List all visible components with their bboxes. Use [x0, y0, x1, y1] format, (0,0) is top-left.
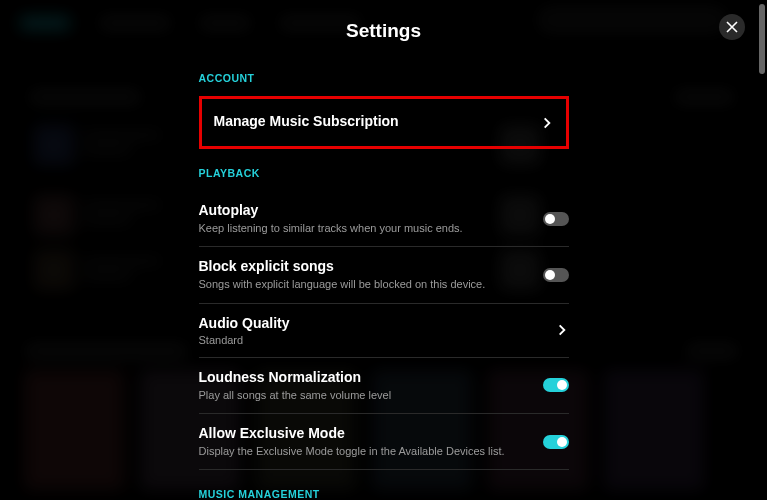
- block-explicit-row[interactable]: Block explicit songs Songs with explicit…: [199, 247, 569, 303]
- section-header-playback: PLAYBACK: [199, 167, 569, 179]
- audio-quality-row[interactable]: Audio Quality Standard: [199, 304, 569, 358]
- autoplay-desc: Keep listening to similar tracks when yo…: [199, 221, 531, 235]
- chevron-right-icon: [555, 323, 569, 337]
- loudness-row[interactable]: Loudness Normalization Play all songs at…: [199, 358, 569, 414]
- autoplay-label: Autoplay: [199, 202, 531, 218]
- block-explicit-desc: Songs with explicit language will be blo…: [199, 277, 531, 291]
- autoplay-row[interactable]: Autoplay Keep listening to similar track…: [199, 191, 569, 247]
- settings-title: Settings: [199, 20, 569, 42]
- exclusive-mode-row[interactable]: Allow Exclusive Mode Display the Exclusi…: [199, 414, 569, 470]
- exclusive-mode-toggle[interactable]: [543, 435, 569, 449]
- chevron-right-icon: [540, 116, 554, 130]
- section-header-account: ACCOUNT: [199, 72, 569, 84]
- section-header-music-mgmt: MUSIC MANAGEMENT: [199, 488, 569, 500]
- manage-subscription-label: Manage Music Subscription: [214, 113, 528, 129]
- autoplay-toggle[interactable]: [543, 212, 569, 226]
- close-icon: [726, 21, 738, 33]
- loudness-toggle[interactable]: [543, 378, 569, 392]
- settings-panel: Settings ACCOUNT Manage Music Subscripti…: [199, 20, 569, 500]
- manage-subscription-row[interactable]: Manage Music Subscription: [214, 113, 554, 132]
- block-explicit-label: Block explicit songs: [199, 258, 531, 274]
- scrollbar-thumb[interactable]: [759, 4, 765, 74]
- exclusive-mode-desc: Display the Exclusive Mode toggle in the…: [199, 444, 531, 458]
- audio-quality-label: Audio Quality: [199, 315, 543, 331]
- loudness-label: Loudness Normalization: [199, 369, 531, 385]
- exclusive-mode-label: Allow Exclusive Mode: [199, 425, 531, 441]
- audio-quality-value: Standard: [199, 334, 543, 346]
- block-explicit-toggle[interactable]: [543, 268, 569, 282]
- loudness-desc: Play all songs at the same volume level: [199, 388, 531, 402]
- close-button[interactable]: [719, 14, 745, 40]
- highlight-annotation: Manage Music Subscription: [199, 96, 569, 149]
